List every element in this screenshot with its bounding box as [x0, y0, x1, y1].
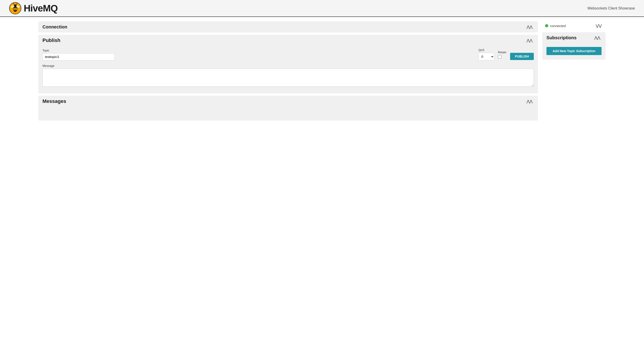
- topic-field-group: Topic: [42, 49, 475, 60]
- qos-label: QoS: [478, 48, 494, 52]
- subscriptions-title: Subscriptions: [546, 35, 576, 40]
- publish-collapse-button[interactable]: ⋀⋀: [525, 38, 534, 43]
- svg-rect-3: [13, 9, 18, 10]
- subscriptions-section: Subscriptions ⋀⋀ Add New Topic Subscript…: [542, 32, 606, 59]
- message-field-group: Message: [42, 64, 534, 87]
- publish-body: Topic QoS 0 1 2 Retain: [38, 46, 538, 89]
- messages-section: Messages ⋀⋀: [38, 96, 538, 120]
- main-content: Connection ⋀⋀ Publish ⋀⋀ Topic: [0, 17, 644, 125]
- app-header: HiveMQ Websockets Client Showcase: [0, 0, 644, 17]
- status-bar: connected ⋁⋁: [542, 21, 606, 30]
- retain-checkbox[interactable]: [498, 55, 502, 59]
- status-collapse-button[interactable]: ⋁⋁: [594, 23, 603, 28]
- connected-status-dot: [545, 24, 548, 27]
- connection-collapse-button[interactable]: ⋀⋀: [525, 24, 534, 30]
- connection-section: Connection ⋀⋀: [38, 21, 538, 32]
- subscriptions-collapse-icon: ⋀⋀: [594, 36, 600, 40]
- qos-field-group: QoS 0 1 2: [478, 48, 494, 60]
- add-subscription-button[interactable]: Add New Topic Subscription: [546, 47, 602, 55]
- status-chevron-icon: ⋁⋁: [596, 24, 602, 28]
- publish-section: Publish ⋀⋀ Topic QoS 0: [38, 35, 538, 93]
- publish-title: Publish: [42, 37, 60, 43]
- connection-title: Connection: [42, 24, 67, 29]
- subscriptions-collapse-button[interactable]: ⋀⋀: [593, 35, 602, 41]
- publish-button[interactable]: PUBLISH: [510, 53, 534, 60]
- message-textarea[interactable]: [42, 69, 534, 87]
- message-label: Message: [42, 64, 534, 67]
- topic-label: Topic: [42, 49, 475, 52]
- qos-select[interactable]: 0 1 2: [478, 53, 494, 60]
- connection-status-text: connected: [550, 24, 566, 28]
- connection-header: Connection ⋀⋀: [38, 21, 538, 32]
- messages-title: Messages: [42, 98, 66, 104]
- messages-header: Messages ⋀⋀: [38, 96, 538, 107]
- bee-logo-icon: [9, 2, 22, 14]
- status-left: connected: [545, 24, 566, 28]
- connection-collapse-icon: ⋀⋀: [526, 25, 532, 29]
- logo-text: HiveMQ: [24, 3, 58, 14]
- header-subtitle: Websockets Client Showcase: [588, 6, 635, 10]
- messages-collapse-button[interactable]: ⋀⋀: [525, 99, 534, 104]
- publish-header: Publish ⋀⋀: [38, 35, 538, 46]
- svg-rect-2: [13, 8, 18, 9]
- svg-point-9: [13, 3, 14, 4]
- retain-field-group: Retain: [498, 50, 506, 60]
- publish-controls-row: Topic QoS 0 1 2 Retain: [42, 48, 534, 60]
- topic-input[interactable]: [42, 53, 115, 60]
- right-panel: connected ⋁⋁ Subscriptions ⋀⋀ Add New To…: [542, 21, 606, 59]
- subscriptions-body: Add New Topic Subscription: [542, 43, 606, 59]
- logo: HiveMQ: [9, 2, 58, 14]
- left-panel: Connection ⋀⋀ Publish ⋀⋀ Topic: [38, 21, 538, 120]
- publish-collapse-icon: ⋀⋀: [526, 38, 532, 42]
- messages-collapse-icon: ⋀⋀: [526, 99, 532, 103]
- retain-label: Retain: [498, 50, 506, 54]
- svg-point-10: [17, 3, 18, 4]
- subscriptions-header: Subscriptions ⋀⋀: [542, 32, 606, 43]
